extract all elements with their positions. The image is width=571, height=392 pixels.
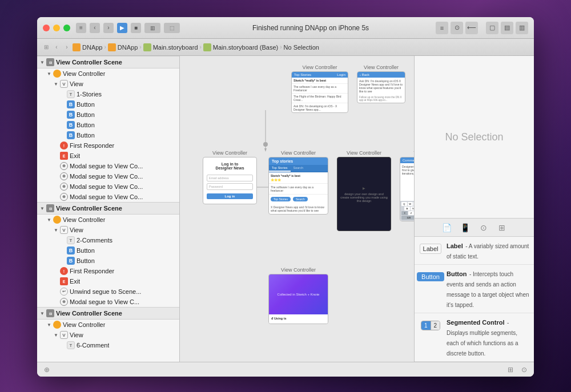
button-title: Button: [447, 270, 467, 277]
scene-icon-3: ⊟: [46, 309, 54, 317]
login-password-field[interactable]: Password: [207, 183, 253, 190]
breadcrumb-label-storyboard-base: Main.storyboard (Base): [213, 44, 278, 51]
screen-login[interactable]: Log in toDesigner News Email address Pas…: [203, 157, 257, 204]
right-panel: No Selection 📄 📱 ⊙ ⊞ Label Label - A var…: [414, 56, 534, 362]
nav-btn-1[interactable]: ▶ B Button: [37, 99, 179, 110]
ts-item-2: The software I use every day as a freela…: [269, 184, 328, 195]
run-button[interactable]: ▶: [117, 23, 127, 33]
nav-6comment[interactable]: ▶ T 6-Comment: [37, 340, 179, 350]
screen-stories-small[interactable]: Top Stories Login Sketch *really* is bes…: [291, 71, 348, 113]
screen-comment-keyboard[interactable]: Comment Designers should start with a de…: [400, 157, 414, 221]
navigator-toggle[interactable]: ≡: [76, 23, 86, 33]
maximize-button[interactable]: [63, 25, 70, 31]
nav-view-3[interactable]: ▼ V View: [37, 330, 179, 340]
window-title: Finished running DNApp on iPhone 5s: [186, 24, 436, 32]
nav-btn-5[interactable]: ▶ B Button: [37, 245, 179, 256]
nav-btn-3[interactable]: ▶ B Button: [37, 120, 179, 130]
segue4-icon: ⊕: [60, 193, 68, 201]
comments-icon: T: [67, 236, 75, 244]
ts-action-stories[interactable]: Top Stories: [271, 197, 291, 201]
story-item-4: Ask DN: I'm developing on iOS - X Design…: [292, 103, 348, 112]
6comment-icon: T: [67, 341, 75, 349]
phone-icon[interactable]: 📱: [460, 222, 471, 233]
forward-nav-btn[interactable]: ›: [62, 43, 71, 52]
nav-label-segue1: Modal segue to View Co...: [70, 163, 143, 169]
minimize-button[interactable]: [53, 25, 60, 31]
comment-kb-bar: Comment: [400, 157, 414, 163]
bottom-bar: ⊕ ⊞ ⊙: [37, 362, 534, 377]
sidebar-toggle-icon[interactable]: ⊞: [42, 43, 51, 52]
btn6-icon: B: [67, 257, 75, 265]
nav-label-segue5: Modal segue to View C...: [70, 298, 139, 305]
close-button[interactable]: [43, 25, 50, 31]
canvas-zoom-icon[interactable]: ⊙: [519, 365, 529, 375]
nav-label-fr2: First Responder: [70, 268, 114, 274]
ts-action-search[interactable]: Search: [293, 197, 308, 201]
breadcrumb-sep-3: ›: [200, 44, 202, 50]
nav-btn-6[interactable]: ▶ B Button: [37, 256, 179, 266]
screen-top-stories[interactable]: Top stories Top Stories Search Sketch *r…: [268, 157, 328, 215]
stop-button[interactable]: ■: [131, 23, 141, 33]
back-btn[interactable]: ‹: [90, 23, 100, 33]
nav-label-unwind: Unwind segue to Scene...: [70, 288, 141, 295]
assistant-editor-btn[interactable]: ⊙: [451, 22, 463, 34]
scheme-selector[interactable]: ▥: [144, 23, 160, 33]
storyboard-base-icon: [203, 43, 211, 51]
nav-unwind[interactable]: ▶ ↩ Unwind segue to Scene...: [37, 286, 179, 297]
nav-fr-1[interactable]: ▶ ! First Responder: [37, 140, 179, 151]
nav-btn-4[interactable]: ▶ B Button: [37, 130, 179, 140]
nav-label-stories: 1-Stories: [77, 91, 102, 98]
section-label-1[interactable]: View Controller Scene: [56, 59, 122, 66]
section-label-3[interactable]: View Controller Scene: [56, 310, 122, 317]
unwind-icon: ↩: [60, 288, 68, 296]
circle-icon[interactable]: ⊙: [478, 222, 489, 233]
nav-vc-3[interactable]: ▼ View Controller: [37, 320, 179, 330]
nav-vc-2[interactable]: ▼ View Controller: [37, 215, 179, 225]
view2-icon: V: [60, 226, 68, 234]
label-preview: Label: [420, 244, 442, 254]
nav-view-2[interactable]: ▼ V View: [37, 225, 179, 235]
button-description: Button - Intercepts touch events and sen…: [447, 268, 529, 309]
forward-btn[interactable]: ›: [103, 23, 114, 33]
stories-bar: Top Stories Login: [292, 72, 348, 78]
breadcrumb-item-storyboard-base[interactable]: Main.storyboard (Base): [203, 43, 278, 51]
screen-dark[interactable]: ▶ design your own design and create some…: [337, 157, 391, 231]
card-content: đ Using ts: [269, 314, 328, 324]
nav-exit-2[interactable]: ▶ E Exit: [37, 276, 179, 286]
screen-comment-small[interactable]: ‹ Back Ask DN: I'm developing on iOS X D…: [357, 71, 405, 103]
add-object-icon[interactable]: ⊕: [42, 365, 52, 375]
editor-standard-btn[interactable]: ≡: [436, 22, 448, 34]
nav-exit-1[interactable]: ▶ E Exit: [37, 151, 179, 161]
nav-view-1[interactable]: ▼ V View: [37, 79, 179, 89]
section-label-2[interactable]: View Controller Scene: [56, 205, 122, 212]
version-editor-btn[interactable]: ⟵: [465, 22, 478, 34]
hide-utilities-btn[interactable]: ▥: [516, 22, 528, 34]
nav-vc-1[interactable]: ▼ View Controller: [37, 68, 179, 79]
device-selector[interactable]: ⬚: [164, 23, 180, 33]
nav-label-view2: View: [70, 227, 83, 233]
tab-top-stories[interactable]: Top Stories: [269, 165, 291, 172]
grid-icon[interactable]: ⊞: [496, 222, 508, 233]
nav-segue-2[interactable]: ▶ ⊕ Modal segue to View Co...: [37, 171, 179, 181]
breadcrumb-item-dnapp[interactable]: DNApp: [73, 43, 102, 51]
nav-fr-2[interactable]: ▶ ! First Responder: [37, 266, 179, 276]
canvas-grid-icon[interactable]: ⊞: [505, 365, 516, 375]
back-nav-btn[interactable]: ‹: [52, 43, 61, 52]
nav-segue-1[interactable]: ▶ ⊕ Modal segue to View Co...: [37, 161, 179, 171]
nav-comments[interactable]: ▶ T 2-Comments: [37, 235, 179, 245]
hide-debug-btn[interactable]: ▤: [501, 22, 513, 34]
hide-navigator-btn[interactable]: ▢: [486, 22, 498, 34]
file-icon[interactable]: 📄: [441, 222, 453, 233]
nav-stories[interactable]: ▶ T 1-Stories: [37, 89, 179, 99]
nav-segue-3[interactable]: ▶ ⊕ Modal segue to View Co...: [37, 181, 179, 192]
screen-card[interactable]: Collected in Sketch + Knote đ Using ts: [268, 274, 328, 324]
nav-segue-4[interactable]: ▶ ⊕ Modal segue to View Co...: [37, 192, 179, 202]
nav-segue-5[interactable]: ▶ ⊕ Modal segue to View C...: [37, 297, 179, 307]
nav-btn-2[interactable]: ▶ B Button: [37, 110, 179, 120]
login-email-field[interactable]: Email address: [207, 175, 253, 181]
tab-search[interactable]: Search: [291, 165, 306, 172]
login-btn[interactable]: Log in: [207, 193, 253, 199]
breadcrumb-item-dnapp2[interactable]: DNApp: [108, 43, 138, 51]
storyboard-canvas[interactable]: View Controller Top Stories Login Sketch…: [180, 56, 414, 362]
breadcrumb-item-storyboard[interactable]: Main.storyboard: [143, 43, 198, 51]
